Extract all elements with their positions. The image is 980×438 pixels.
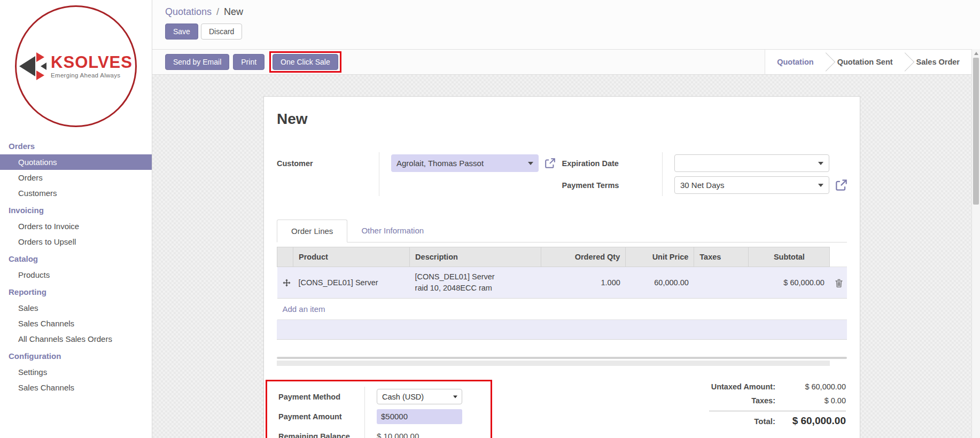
payment-amount-input[interactable]	[377, 409, 462, 424]
scrollbar-up-button[interactable]	[972, 49, 980, 58]
untaxed-amount-value: $ 60,000.00	[775, 382, 846, 391]
breadcrumb-separator: /	[214, 6, 221, 17]
breadcrumb-quotations-link[interactable]: Quotations	[165, 6, 212, 17]
totals-block: Untaxed Amount: $ 60,000.00 Taxes: $ 0.0…	[690, 380, 846, 429]
sidebar-item-sales-channels[interactable]: Sales Channels	[0, 316, 152, 331]
form-view-background: New Customer Agrolait, Thomas Passot	[152, 75, 971, 438]
edit-buttons: Save Discard	[165, 24, 980, 40]
payment-section-highlight-box: Payment Method Payment Amount Remaining …	[266, 380, 492, 438]
sidebar-item-config-sales-channels[interactable]: Sales Channels	[0, 380, 152, 395]
tab-other-information[interactable]: Other Information	[347, 220, 438, 242]
brand-tagline: Emerging Ahead Always	[51, 72, 133, 79]
sidebar-item-orders-to-invoice[interactable]: Orders to Invoice	[0, 218, 152, 234]
caret-down-icon	[453, 395, 457, 398]
cell-product[interactable]: [CONS_DEL01] Server	[293, 267, 410, 299]
empty-line-strip	[277, 320, 847, 340]
cell-ordered-qty[interactable]: 1.000	[541, 267, 626, 299]
horizontal-scrollbar-track[interactable]	[277, 357, 847, 359]
customer-dropdown[interactable]: Agrolait, Thomas Passot	[391, 154, 539, 172]
form-right-fields: 30 Net Days	[663, 152, 847, 196]
nav-section-reporting: Reporting	[0, 283, 152, 300]
send-by-email-button[interactable]: Send by Email	[165, 54, 229, 70]
customer-field-row: Agrolait, Thomas Passot	[391, 152, 562, 174]
sidebar: KSOLVES Emerging Ahead Always Orders Quo…	[0, 0, 152, 438]
payment-terms-dropdown[interactable]: 30 Net Days	[674, 176, 829, 194]
print-button[interactable]: Print	[233, 54, 265, 70]
cell-taxes[interactable]	[694, 267, 749, 299]
expiration-date-label: Expiration Date	[562, 152, 663, 174]
caret-down-icon	[528, 162, 533, 165]
sidebar-item-orders[interactable]: Orders	[0, 170, 152, 185]
table-row[interactable]: [CONS_DEL01] Server [CONS_DEL01] Server …	[277, 267, 847, 299]
sidebar-item-orders-to-upsell[interactable]: Orders to Upsell	[0, 234, 152, 249]
column-header-ordered-qty: Ordered Qty	[541, 247, 626, 267]
nav-section-catalog: Catalog	[0, 249, 152, 267]
payment-method-row: Cash (USD)	[377, 387, 481, 406]
sidebar-item-settings[interactable]: Settings	[0, 364, 152, 380]
one-click-sale-button[interactable]: One Click Sale	[273, 54, 338, 70]
form-left-group: Customer Agrolait, Thomas Passot	[277, 152, 562, 196]
vertical-scrollbar-thumb[interactable]	[973, 58, 979, 205]
cell-unit-price[interactable]: 60,000.00	[626, 267, 694, 299]
payment-terms-field-row: 30 Net Days	[674, 174, 847, 196]
scroll-up-arrow-icon	[974, 52, 978, 55]
payment-method-select[interactable]: Cash (USD)	[377, 389, 462, 404]
status-label-sales-order: Sales Order	[916, 58, 960, 66]
payment-method-label: Payment Method	[278, 387, 364, 406]
payment-amount-label: Payment Amount	[278, 406, 364, 426]
taxes-value: $ 0.00	[775, 396, 846, 405]
expiration-date-dropdown[interactable]	[674, 154, 829, 172]
discard-button[interactable]: Discard	[201, 24, 242, 40]
sidebar-item-quotations[interactable]: Quotations	[0, 154, 152, 170]
save-button[interactable]: Save	[165, 24, 198, 40]
nav-section-orders: Orders	[0, 137, 152, 154]
form-fields: Customer Agrolait, Thomas Passot	[277, 152, 847, 196]
status-label-quotation: Quotation	[777, 58, 813, 66]
cell-subtotal: $ 60,000.00	[749, 267, 830, 299]
tab-order-lines[interactable]: Order Lines	[277, 220, 347, 243]
sidebar-item-all-channels-sales-orders[interactable]: All Channels Sales Orders	[0, 331, 152, 347]
total-row: Total: $ 60,000.00	[690, 412, 846, 429]
column-header-description: Description	[410, 247, 541, 267]
logo-inner: KSOLVES Emerging Ahead Always	[19, 52, 133, 80]
brand-name: KSOLVES	[51, 54, 133, 71]
description-line-2: raid 10, 2048ECC ram	[415, 283, 536, 294]
form-sheet: New Customer Agrolait, Thomas Passot	[263, 96, 860, 438]
column-header-subtotal: Subtotal	[749, 247, 830, 267]
vertical-scrollbar[interactable]	[971, 49, 980, 438]
record-title: New	[277, 111, 847, 128]
handle-column-header	[277, 247, 293, 267]
status-step-quotation-sent[interactable]: Quotation Sent	[826, 50, 905, 74]
bottom-zone: Payment Method Payment Amount Remaining …	[277, 380, 847, 438]
form-left-labels: Customer	[277, 152, 379, 196]
sidebar-item-sales[interactable]: Sales	[0, 300, 152, 316]
taxes-row: Taxes: $ 0.00	[690, 394, 846, 408]
customer-external-link-icon[interactable]	[545, 158, 555, 168]
breadcrumb-current: New	[224, 6, 243, 17]
payment-terms-label: Payment Terms	[562, 174, 663, 196]
taxes-label: Taxes:	[751, 396, 775, 405]
app-window: KSOLVES Emerging Ahead Always Orders Quo…	[0, 0, 980, 438]
horizontal-scrollbar-thumb[interactable]	[277, 361, 830, 366]
cell-description[interactable]: [CONS_DEL01] Server raid 10, 2048ECC ram	[410, 267, 541, 299]
caret-down-icon	[818, 162, 823, 165]
payment-grid: Payment Method Payment Amount Remaining …	[278, 387, 481, 438]
order-lines-table: Product Description Ordered Qty Unit Pri…	[277, 247, 847, 320]
column-header-unit-price: Unit Price	[626, 247, 694, 267]
statusbar: Quotation Quotation Sent Sales Order	[765, 50, 971, 74]
totals-divider	[709, 411, 846, 411]
sidebar-item-products[interactable]: Products	[0, 267, 152, 283]
status-step-sales-order[interactable]: Sales Order	[905, 50, 971, 74]
column-header-product: Product	[293, 247, 410, 267]
add-an-item-link[interactable]: Add an item	[283, 304, 325, 314]
delete-row-button[interactable]	[830, 267, 847, 299]
column-header-taxes: Taxes	[694, 247, 749, 267]
form-right-group: Expiration Date Payment Terms	[562, 152, 847, 196]
sidebar-item-customers[interactable]: Customers	[0, 185, 152, 201]
caret-down-icon	[818, 184, 823, 187]
table-header-row: Product Description Ordered Qty Unit Pri…	[277, 247, 847, 267]
drag-handle-icon[interactable]	[277, 267, 293, 299]
payment-terms-external-link-icon[interactable]	[836, 179, 847, 191]
logo-triangle-dark-small	[41, 62, 46, 70]
logo-triangle-red-top	[36, 52, 44, 62]
